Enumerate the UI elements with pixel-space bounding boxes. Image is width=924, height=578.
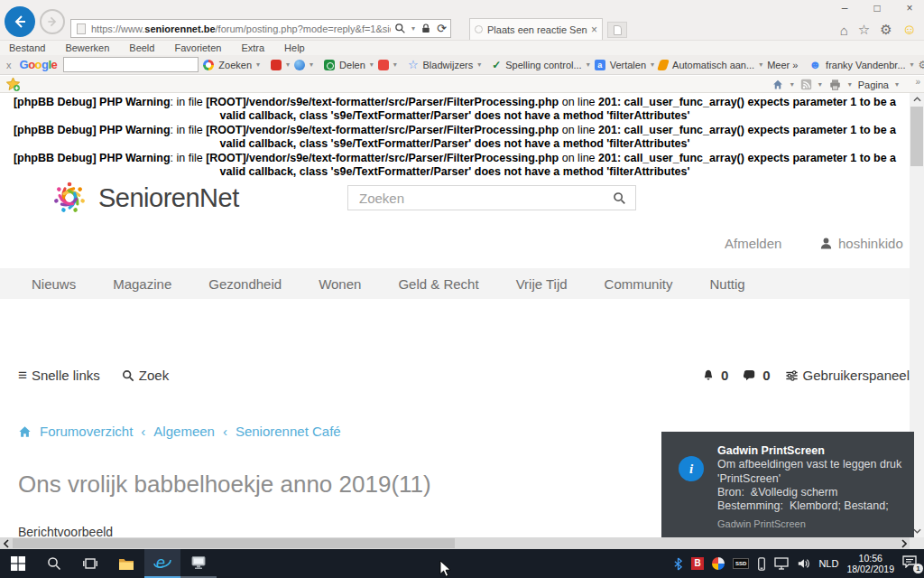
favorites-star-icon[interactable]: ☆ <box>858 22 870 38</box>
chevron-down-icon[interactable]: ▾ <box>895 81 899 89</box>
breadcrumb-seniorennet-cafe[interactable]: Seniorennet Café <box>236 424 341 439</box>
breadcrumb-forumoverzicht[interactable]: Forumoverzicht <box>40 424 133 439</box>
rss-feed-icon[interactable] <box>800 79 812 90</box>
breadcrumb-algemeen[interactable]: Algemeen <box>153 424 215 439</box>
more-button[interactable]: Meer » <box>767 60 798 70</box>
toolbar-red-icon[interactable] <box>271 60 282 70</box>
antivirus-tray-icon[interactable]: B <box>691 557 704 570</box>
defender-tray-icon[interactable] <box>712 557 725 570</box>
autofill-button[interactable]: Automatisch aan... <box>672 60 754 70</box>
chevron-down-icon[interactable]: ▾ <box>310 61 313 69</box>
toolbar-overflow-icon[interactable]: » <box>915 77 920 87</box>
close-button[interactable]: × <box>901 2 919 14</box>
toolbar-close-icon[interactable]: x <box>3 60 15 70</box>
account-icon[interactable]: ☻ <box>808 59 821 70</box>
scroll-up-button[interactable] <box>910 93 924 106</box>
vertical-scrollbar-thumb[interactable] <box>910 107 923 166</box>
google-g-icon[interactable] <box>203 60 214 70</box>
gadwin-printscreen-button[interactable] <box>180 549 217 578</box>
usb-device-icon[interactable] <box>757 557 766 571</box>
account-button[interactable]: franky Vandenbr... <box>826 60 905 70</box>
chevron-down-icon[interactable]: ▾ <box>477 61 481 69</box>
forward-button[interactable] <box>40 9 65 34</box>
menu-beeld[interactable]: Beeld <box>129 42 154 53</box>
volume-icon[interactable] <box>797 557 810 570</box>
task-view-button[interactable] <box>72 549 108 578</box>
user-panel-button[interactable]: Gebruikerspaneel <box>785 368 910 383</box>
nav-community[interactable]: Community <box>605 276 673 292</box>
toast-notification[interactable]: i Gadwin PrintScreen Om afbeeldingen vas… <box>661 432 914 537</box>
browser-tab[interactable]: Plaats een reactie Senioren... × <box>469 18 603 40</box>
ssd-tray-icon[interactable]: SSD <box>733 558 749 569</box>
menu-help[interactable]: Help <box>284 42 305 53</box>
nav-nuttig[interactable]: Nuttig <box>709 276 744 292</box>
feedback-smiley-icon[interactable]: ☺ <box>902 22 917 38</box>
nav-gezondheid[interactable]: Gezondheid <box>208 276 282 292</box>
forum-search-button[interactable]: Zoek <box>122 368 169 383</box>
brand-name[interactable]: SeniorenNet <box>98 183 239 213</box>
refresh-icon[interactable]: ⟳ <box>437 22 447 35</box>
search-icon[interactable] <box>394 23 406 34</box>
language-indicator[interactable]: NLD <box>818 558 838 569</box>
home-icon[interactable] <box>18 425 32 438</box>
chevron-down-icon[interactable]: ▾ <box>587 61 590 69</box>
network-monitor-icon[interactable] <box>774 557 789 570</box>
chevron-down-icon[interactable]: ▾ <box>256 61 260 69</box>
chevron-down-icon[interactable]: ▾ <box>370 61 374 69</box>
chevron-down-icon[interactable]: ▾ <box>393 61 397 69</box>
maximize-button[interactable]: □ <box>868 2 886 14</box>
toolbar-blue-icon[interactable] <box>294 60 305 70</box>
site-search-box[interactable] <box>347 185 636 210</box>
address-dropdown-icon[interactable]: ▾ <box>411 25 415 33</box>
spellcheck-button[interactable]: Spelling control... <box>505 60 581 70</box>
tab-close-icon[interactable]: × <box>591 23 597 36</box>
autofill-icon[interactable] <box>657 60 670 70</box>
nav-magazine[interactable]: Magazine <box>113 276 171 292</box>
chevron-down-icon[interactable]: ▾ <box>286 61 290 69</box>
share-button[interactable]: Delen <box>339 60 365 70</box>
file-explorer-button[interactable] <box>108 549 144 578</box>
chevron-down-icon[interactable]: ▾ <box>651 61 654 69</box>
horizontal-scrollbar[interactable] <box>0 537 910 549</box>
bluetooth-icon[interactable] <box>673 557 683 571</box>
address-bar[interactable]: https://www.seniorennet.be/forum/posting… <box>70 19 451 38</box>
menu-extra[interactable]: Extra <box>241 42 264 53</box>
menu-bestand[interactable]: Bestand <box>9 42 45 53</box>
chevron-down-icon[interactable]: ▾ <box>790 81 794 89</box>
minimize-button[interactable]: – <box>836 2 854 14</box>
menu-bewerken[interactable]: Bewerken <box>65 42 109 53</box>
nav-vrije-tijd[interactable]: Vrije Tijd <box>516 276 568 292</box>
wrench-icon[interactable]: ⚙ <box>919 60 924 70</box>
start-button[interactable] <box>0 549 36 578</box>
search-icon[interactable] <box>613 191 626 205</box>
username[interactable]: hoshinkido <box>838 236 903 251</box>
quick-links-button[interactable]: ≡Snelle links <box>18 368 100 383</box>
toolbar-red2-icon[interactable] <box>378 60 389 70</box>
back-button[interactable] <box>5 6 35 37</box>
site-logo[interactable]: SeniorenNet <box>50 178 239 218</box>
chevron-down-icon[interactable]: ▾ <box>818 81 822 89</box>
internet-explorer-button[interactable]: e <box>144 549 180 578</box>
google-search-button[interactable]: Zoeken <box>218 60 252 70</box>
print-icon[interactable] <box>828 79 842 91</box>
bookmarks-star-icon[interactable]: ☆ <box>408 59 419 70</box>
home-icon[interactable]: ⌂ <box>840 23 848 38</box>
taskbar-search-button[interactable] <box>36 549 72 578</box>
google-search-input[interactable] <box>63 57 199 72</box>
taskbar-clock[interactable]: 10:5618/02/2019 <box>846 553 894 574</box>
translate-button[interactable]: Vertalen <box>610 60 646 70</box>
spellcheck-icon[interactable]: ✓ <box>492 60 501 70</box>
action-center-button[interactable]: 1 <box>902 555 920 572</box>
scroll-left-button[interactable] <box>0 537 12 549</box>
site-search-input[interactable] <box>357 190 613 207</box>
chevron-down-icon[interactable]: ▾ <box>910 61 914 69</box>
messages-button[interactable]: 0 <box>743 368 770 383</box>
logout-link[interactable]: Afmelden <box>725 236 781 251</box>
chevron-down-icon[interactable]: ▾ <box>759 61 762 69</box>
nav-wonen[interactable]: Wonen <box>319 276 361 292</box>
settings-gear-icon[interactable]: ⚙ <box>880 22 892 38</box>
new-tab-button[interactable] <box>607 22 627 38</box>
nav-geld-recht[interactable]: Geld & Recht <box>398 276 478 292</box>
share-icon[interactable] <box>324 60 335 70</box>
translate-icon[interactable]: a <box>595 60 605 70</box>
